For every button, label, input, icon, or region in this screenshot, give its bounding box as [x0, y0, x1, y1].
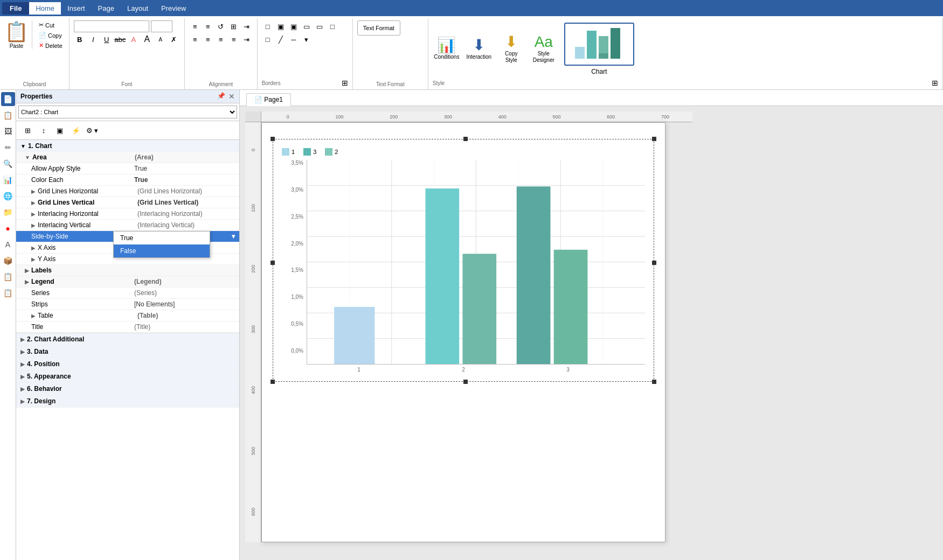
align-top-center[interactable]: ≡	[202, 20, 214, 32]
interlacing-v-row[interactable]: ▶ Interlacing Vertical (Interlacing Vert…	[16, 220, 239, 231]
border-bottom[interactable]: ▭	[301, 20, 313, 32]
props-sort-btn[interactable]: ↕	[37, 123, 51, 137]
border-top[interactable]: ▭	[314, 20, 325, 32]
chart-selector[interactable]: Chart2 : Chart	[18, 106, 237, 118]
chart-element[interactable]: 1 3 2	[273, 139, 654, 382]
chart-button[interactable]: Chart	[562, 20, 636, 78]
font-family-input[interactable]	[74, 20, 149, 32]
labels-row[interactable]: ▶ Labels	[16, 265, 239, 276]
align-top-right[interactable]: ↺	[215, 20, 227, 32]
border-none[interactable]: □	[262, 33, 274, 45]
props-settings-btn[interactable]: ⚙ ▾	[85, 123, 99, 137]
border-inner[interactable]: □	[327, 20, 338, 32]
section4-row[interactable]: ▶ 4. Position	[16, 358, 239, 370]
resize-handle-mr[interactable]	[652, 261, 656, 265]
series-row[interactable]: Series (Series)	[16, 288, 239, 299]
legend-row[interactable]: ▶ Legend (Legend)	[16, 276, 239, 288]
align-right[interactable]: ≡	[215, 33, 227, 45]
resize-handle-bm[interactable]	[463, 380, 468, 384]
style-expand[interactable]: ⊞	[932, 79, 938, 87]
text-format-button[interactable]: Text Format	[357, 20, 400, 36]
borders-expand[interactable]: ⊞	[342, 79, 348, 87]
option-false[interactable]: False	[114, 244, 210, 257]
side-by-side-dropdown-arrow[interactable]: ▾	[232, 233, 235, 240]
align-center[interactable]: ≡	[202, 33, 214, 45]
section5-row[interactable]: ▶ 5. Appearance	[16, 370, 239, 383]
strikethrough-button[interactable]: abc	[114, 33, 126, 45]
strips-row[interactable]: Strips [No Elements]	[16, 299, 239, 310]
menu-page[interactable]: Page	[92, 2, 121, 15]
sidebar-icon-image[interactable]: 🖼	[1, 124, 15, 138]
title-row[interactable]: Title (Title)	[16, 321, 239, 333]
menu-preview[interactable]: Preview	[155, 2, 192, 15]
resize-handle-tl[interactable]	[271, 137, 275, 141]
shrink-button[interactable]: A	[155, 33, 167, 45]
props-lightning-btn[interactable]: ⚡	[69, 123, 83, 137]
clear-format-button[interactable]: ✗	[168, 33, 180, 45]
border-outer[interactable]: ▣	[275, 20, 287, 32]
resize-handle-ml[interactable]	[271, 261, 275, 265]
border-all[interactable]: □	[262, 20, 274, 32]
grid-lines-h-row[interactable]: ▶ Grid Lines Horizontal (Grid Lines Hori…	[16, 186, 239, 197]
align-justify[interactable]: ≡	[228, 33, 240, 45]
area-row[interactable]: ▼ Area (Area)	[16, 152, 239, 163]
interlacing-h-row[interactable]: ▶ Interlacing Horizontal (Interlacing Ho…	[16, 208, 239, 220]
props-categorize-btn[interactable]: ⊞	[20, 123, 34, 137]
italic-button[interactable]: I	[87, 33, 99, 45]
border-diag[interactable]: ╱	[275, 33, 287, 45]
menu-file[interactable]: File	[2, 2, 29, 15]
props-close-button[interactable]: ✕	[228, 92, 235, 101]
interaction-button[interactable]: ⬇ Interaction	[465, 36, 493, 62]
align-top-left[interactable]: ≡	[189, 20, 201, 32]
props-view-btn[interactable]: ▣	[53, 123, 67, 137]
sidebar-icon-chart[interactable]: 📊	[1, 173, 15, 187]
grid-lines-v-row[interactable]: ▶ Grid Lines Vertical (Grid Lines Vertic…	[16, 197, 239, 208]
resize-handle-tm[interactable]	[463, 137, 468, 141]
border-color[interactable]: ─	[288, 33, 300, 45]
sidebar-icon-text[interactable]: A	[1, 237, 15, 251]
align-distribute[interactable]: ⇥	[241, 20, 253, 32]
allow-apply-style-row[interactable]: Allow Apply Style True	[16, 163, 239, 174]
font-color-button[interactable]: A	[128, 33, 140, 45]
align-extra[interactable]: ⇥	[241, 33, 253, 45]
copy-style-button[interactable]: ⬇ Copy Style	[497, 32, 525, 66]
font-size-input[interactable]	[151, 20, 172, 32]
grow-button[interactable]: A	[141, 33, 153, 45]
menu-layout[interactable]: Layout	[121, 2, 155, 15]
align-middle[interactable]: ⊞	[228, 20, 240, 32]
menu-home[interactable]: Home	[29, 2, 61, 15]
bold-button[interactable]: B	[74, 33, 86, 45]
sidebar-icon-search[interactable]: 🔍	[1, 157, 15, 171]
cut-button[interactable]: ✂ Cut	[37, 20, 65, 30]
section3-row[interactable]: ▶ 3. Data	[16, 346, 239, 358]
table-row[interactable]: ▶ Table (Table)	[16, 310, 239, 321]
section6-row[interactable]: ▶ 6. Behavior	[16, 383, 239, 395]
sidebar-icon-edit[interactable]: ✏	[1, 141, 15, 155]
sidebar-icon-globe[interactable]: 🌐	[1, 189, 15, 203]
border-thick[interactable]: ▣	[288, 20, 300, 32]
border-style[interactable]: ▾	[301, 33, 313, 45]
sidebar-icon-doc2[interactable]: 📋	[1, 286, 15, 300]
resize-handle-bl[interactable]	[271, 380, 275, 384]
section7-row[interactable]: ▶ 7. Design	[16, 395, 239, 408]
section-chart-header[interactable]: ▼ 1. Chart	[16, 140, 239, 152]
sidebar-icon-doc1[interactable]: 📋	[1, 270, 15, 284]
sidebar-icon-clipboard[interactable]: 📋	[1, 108, 15, 122]
option-true[interactable]: True	[114, 232, 210, 244]
sidebar-icon-folder[interactable]: 📁	[1, 205, 15, 219]
align-left[interactable]: ≡	[189, 33, 201, 45]
underline-button[interactable]: U	[101, 33, 113, 45]
props-pin-icon[interactable]: 📌	[217, 92, 225, 101]
sidebar-icon-circle[interactable]: ●	[1, 221, 15, 235]
style-designer-button[interactable]: Aa Style Designer	[530, 32, 558, 66]
section2-row[interactable]: ▶ 2. Chart Additional	[16, 333, 239, 346]
menu-insert[interactable]: Insert	[61, 2, 92, 15]
copy-button[interactable]: 📄 Copy	[37, 31, 65, 40]
page1-tab[interactable]: 📄 Page1	[246, 93, 291, 106]
conditions-button[interactable]: 📊 Conditions	[433, 36, 461, 62]
sidebar-icon-box[interactable]: 📦	[1, 254, 15, 268]
canvas-scroll[interactable]: 0 100 200 300 400 500 600 700	[240, 106, 943, 560]
color-each-row[interactable]: Color Each True	[16, 174, 239, 186]
paste-button[interactable]: 📋 Paste	[4, 20, 32, 49]
sidebar-icon-page[interactable]: 📄	[1, 92, 15, 106]
